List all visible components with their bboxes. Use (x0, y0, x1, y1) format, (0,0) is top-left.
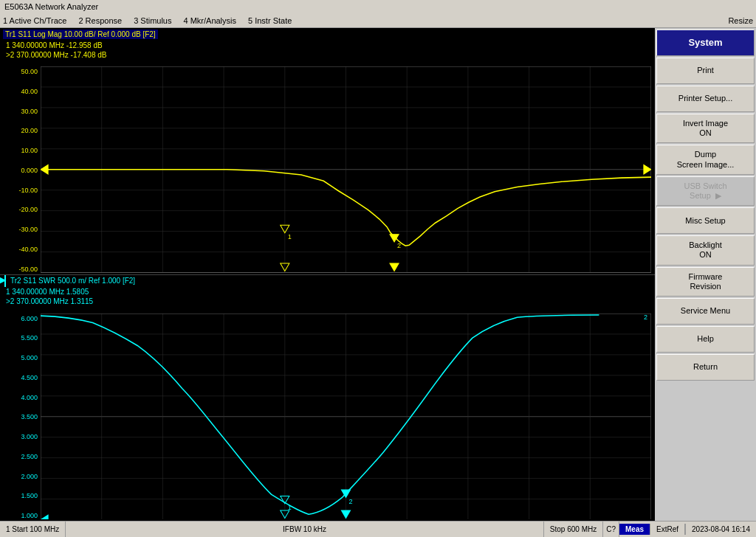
invert-image-button[interactable]: Invert ImageInvert Image ONON (656, 114, 755, 143)
menu-bar: 1 Active Ch/Trace 2 Response 3 Stimulus … (0, 13, 756, 28)
trace1-marker1: 1 340.00000 MHz -12.958 dB (0, 41, 655, 50)
firmware-revision-button[interactable]: FirmwareRevision (656, 267, 755, 297)
trace1-title: Tr1 S11 Log Mag 10.00 dB/ Ref 0.000 dB [… (3, 30, 158, 39)
svg-text:2: 2 (349, 497, 353, 505)
dump-screen-button[interactable]: DumpScreen Image... (656, 145, 755, 174)
menu-mkr-analysis[interactable]: 4 Mkr/Analysis (183, 16, 236, 25)
trace2-svg: 1 2 2 (41, 313, 651, 520)
svg-marker-27 (390, 263, 399, 271)
svg-marker-24 (390, 235, 399, 242)
trace2-marker1: 1 340.00000 MHz 1.5805 (0, 287, 655, 297)
status-indicator: C? (603, 522, 619, 537)
menu-instr-state[interactable]: 5 Instr State (248, 16, 292, 25)
meas-button[interactable]: Meas (619, 524, 650, 535)
system-button[interactable]: System (656, 30, 755, 56)
trace2-active-indicator: ▶ (0, 275, 6, 287)
app-title: E5063A Network Analyzer (4, 2, 98, 11)
status-bar: 1 Start 100 MHz IFBW 10 kHz Stop 600 MHz… (0, 521, 756, 537)
menu-response[interactable]: 2 Response (78, 16, 122, 25)
help-button[interactable]: Help (656, 326, 755, 353)
status-ifbw: IFBW 10 kHz (66, 522, 544, 537)
menu-active-ch[interactable]: 1 Active Ch/Trace (3, 16, 66, 25)
status-start: 1 Start 100 MHz (0, 522, 66, 537)
printer-setup-button[interactable]: Printer Setup... (656, 86, 755, 112)
trace1-header: Tr1 S11 Log Mag 10.00 dB/ Ref 0.000 dB [… (0, 28, 655, 41)
status-stop: Stop 600 MHz (544, 522, 603, 537)
print-button[interactable]: Print (656, 58, 755, 84)
svg-marker-28 (41, 165, 48, 174)
trace2-header-row: ▶ Tr2 S11 SWR 500.0 m/ Ref 1.000 [F2] (0, 275, 655, 287)
usb-switch-setup-button[interactable]: USB SwitchSetup ▶ (656, 176, 755, 206)
return-button[interactable]: Return (656, 354, 755, 381)
right-panel: System Print Printer Setup... Invert Ima… (655, 28, 756, 521)
trace1-panel: Tr1 S11 Log Mag 10.00 dB/ Ref 0.000 dB [… (0, 28, 655, 275)
datetime-display: 2023-08-04 16:14 (685, 524, 756, 535)
trace1-marker2: >2 370.00000 MHz -17.408 dB (0, 50, 655, 60)
trace2-marker2: >2 370.00000 MHz 1.3115 (0, 297, 655, 306)
trace1-y-axis: 50.00 40.00 30.00 20.00 10.00 0.000 -10.… (0, 66, 41, 274)
trace2-y-axis: 6.000 5.500 5.000 4.500 4.000 3.500 3.00… (0, 313, 41, 522)
trace2-header: Tr2 S11 SWR 500.0 m/ Ref 1.000 [F2] (7, 275, 138, 286)
backlight-button[interactable]: BacklightON (656, 235, 755, 265)
extref-indicator: ExtRef (650, 524, 685, 535)
svg-marker-57 (341, 510, 350, 518)
svg-marker-29 (644, 165, 651, 174)
chart-area: Tr1 S11 Log Mag 10.00 dB/ Ref 0.000 dB [… (0, 28, 655, 521)
svg-text:2: 2 (644, 313, 647, 321)
misc-setup-button[interactable]: Misc Setup (656, 207, 755, 234)
trace2-panel: ▶ Tr2 S11 SWR 500.0 m/ Ref 1.000 [F2] 1 … (0, 275, 655, 522)
svg-text:2: 2 (397, 242, 401, 249)
svg-text:1: 1 (288, 233, 292, 240)
resize-button[interactable]: Resize (728, 16, 753, 25)
service-menu-button[interactable]: Service Menu (656, 298, 755, 325)
status-right: Meas ExtRef 2023-08-04 16:14 (619, 524, 756, 535)
trace1-svg: 1 2 (41, 66, 651, 273)
main-layout: Tr1 S11 Log Mag 10.00 dB/ Ref 0.000 dB [… (0, 28, 756, 521)
title-bar: E5063A Network Analyzer (0, 0, 756, 13)
svg-marker-58 (41, 515, 48, 519)
menu-stimulus[interactable]: 3 Stimulus (134, 16, 171, 25)
svg-text:1: 1 (288, 503, 292, 510)
